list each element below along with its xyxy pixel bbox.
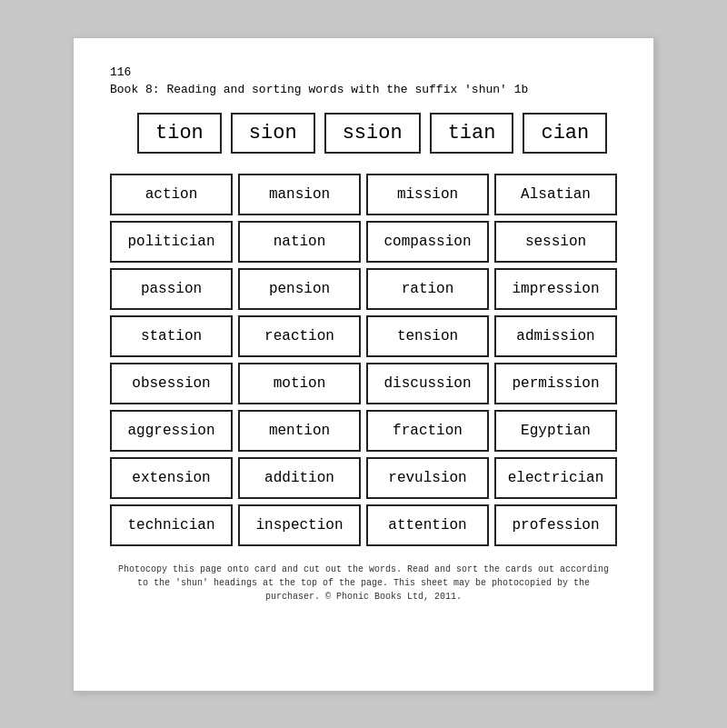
suffix-card: ssion [324,113,421,154]
suffix-row: tionsionssiontiancian [137,113,617,154]
page: 116 Book 8: Reading and sorting words wi… [73,37,654,692]
word-card: permission [494,363,617,404]
word-card: revulsion [366,457,489,499]
suffix-card: tian [430,113,514,154]
word-card: profession [494,504,617,546]
word-card: reaction [238,315,361,357]
word-card: addition [238,457,361,499]
word-card: ration [366,268,489,310]
word-card: nation [238,221,361,263]
word-card: electrician [494,457,617,499]
word-card: pension [238,268,361,310]
word-card: attention [366,504,489,546]
word-card: extension [110,457,233,499]
word-card: mention [238,410,361,452]
word-card: admission [494,315,617,357]
word-card: motion [238,363,361,404]
word-card: action [110,174,233,215]
word-card: tension [366,315,489,357]
word-card: inspection [238,504,361,546]
word-card: Egyptian [494,410,617,452]
word-card: session [494,221,617,263]
words-grid: actionmansionmissionAlsatianpoliticianna… [110,174,617,546]
word-card: discussion [366,363,489,404]
word-card: aggression [110,410,233,452]
word-card: impression [494,268,617,310]
word-card: station [110,315,233,357]
word-card: mansion [238,174,361,215]
subtitle: Book 8: Reading and sorting words with t… [110,83,617,96]
word-card: obsession [110,363,233,404]
suffix-card: sion [231,113,315,154]
footer-text: Photocopy this page onto card and cut ou… [110,563,617,603]
word-card: politician [110,221,233,263]
suffix-card: tion [137,113,222,154]
page-number: 116 [110,65,617,79]
word-card: compassion [366,221,489,263]
word-card: passion [110,268,233,310]
word-card: fraction [366,410,489,452]
word-card: Alsatian [494,174,617,215]
word-card: technician [110,504,233,546]
suffix-card: cian [523,113,607,154]
word-card: mission [366,174,489,215]
